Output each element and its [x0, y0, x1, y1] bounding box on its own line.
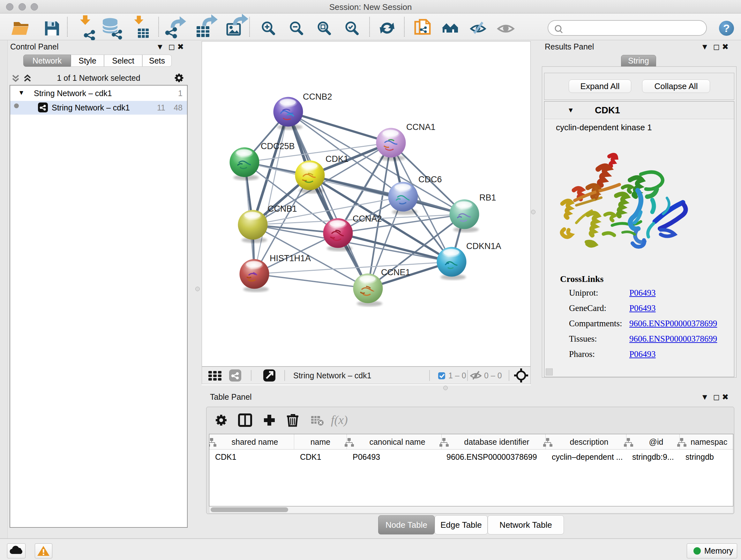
- svg-text:String Network – cdk1: String Network – cdk1: [293, 371, 372, 380]
- svg-text:CDC25B: CDC25B: [261, 141, 295, 151]
- svg-text:CCNB2: CCNB2: [303, 92, 332, 102]
- svg-text:1 – 0: 1 – 0: [448, 371, 466, 380]
- svg-text:HIST1H1A: HIST1H1A: [270, 253, 311, 263]
- svg-text:CCNE1: CCNE1: [381, 267, 410, 277]
- svg-text:f(x): f(x): [331, 413, 348, 427]
- svg-text:CDC6: CDC6: [418, 175, 442, 184]
- svg-text:CCNB1: CCNB1: [268, 204, 297, 213]
- svg-text:RB1: RB1: [479, 193, 496, 202]
- svg-text:CDK1: CDK1: [326, 154, 348, 164]
- svg-text:0 – 0: 0 – 0: [484, 371, 502, 380]
- svg-text:CDKN1A: CDKN1A: [466, 241, 501, 251]
- svg-text:CCNA1: CCNA1: [406, 122, 435, 132]
- svg-text:CCNA2: CCNA2: [353, 214, 382, 224]
